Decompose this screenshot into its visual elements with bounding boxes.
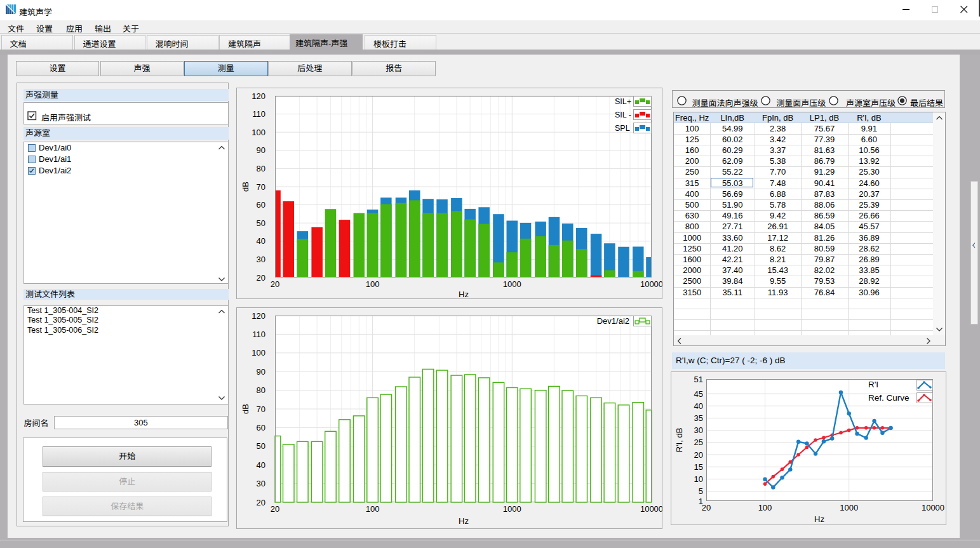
svg-text:10000: 10000 xyxy=(922,503,944,512)
svg-text:R'I, dB: R'I, dB xyxy=(675,428,684,453)
svg-text:20: 20 xyxy=(257,498,265,507)
svg-text:1000: 1000 xyxy=(503,279,521,289)
svg-text:10: 10 xyxy=(694,474,703,484)
svg-text:51: 51 xyxy=(694,375,703,384)
svg-text:100: 100 xyxy=(252,348,265,358)
svg-text:80: 80 xyxy=(257,164,265,173)
svg-text:70: 70 xyxy=(257,404,265,414)
svg-text:30: 30 xyxy=(257,479,265,488)
svg-text:40: 40 xyxy=(694,401,703,411)
svg-text:20: 20 xyxy=(271,279,279,289)
svg-text:120: 120 xyxy=(252,91,265,101)
svg-text:100: 100 xyxy=(758,503,772,512)
svg-text:80: 80 xyxy=(257,385,265,395)
svg-text:15: 15 xyxy=(694,462,703,472)
svg-text:35: 35 xyxy=(694,413,703,423)
svg-text:SIL -: SIL - xyxy=(615,110,631,119)
svg-text:20: 20 xyxy=(271,504,279,514)
svg-text:20: 20 xyxy=(694,450,703,460)
svg-text:30: 30 xyxy=(257,255,265,264)
svg-text:120: 120 xyxy=(252,311,265,321)
svg-text:40: 40 xyxy=(257,236,265,246)
svg-text:100: 100 xyxy=(252,128,265,137)
svg-text:Ref. Curve: Ref. Curve xyxy=(868,393,910,403)
svg-text:dB: dB xyxy=(241,182,250,192)
svg-text:R'I: R'I xyxy=(868,380,878,389)
svg-text:1000: 1000 xyxy=(840,503,858,512)
svg-text:90: 90 xyxy=(257,367,265,377)
svg-text:50: 50 xyxy=(257,441,265,451)
svg-text:110: 110 xyxy=(252,330,265,339)
svg-text:60: 60 xyxy=(257,423,265,432)
svg-text:60: 60 xyxy=(257,200,265,210)
svg-text:100: 100 xyxy=(366,504,380,514)
svg-text:Dev1/ai2: Dev1/ai2 xyxy=(597,316,629,326)
svg-text:100: 100 xyxy=(366,279,380,289)
svg-text:45: 45 xyxy=(694,389,703,399)
svg-text:Hz: Hz xyxy=(459,290,469,299)
svg-text:Hz: Hz xyxy=(814,514,824,524)
svg-text:40: 40 xyxy=(257,460,265,470)
svg-text:90: 90 xyxy=(257,145,265,155)
svg-text:SIL+: SIL+ xyxy=(615,97,631,106)
svg-text:110: 110 xyxy=(252,109,265,119)
svg-text:10000: 10000 xyxy=(640,504,662,514)
svg-text:20: 20 xyxy=(257,273,265,283)
svg-text:1000: 1000 xyxy=(503,504,521,514)
svg-text:50: 50 xyxy=(257,218,265,228)
svg-text:5: 5 xyxy=(699,486,703,496)
svg-text:70: 70 xyxy=(257,182,265,192)
svg-text:dB: dB xyxy=(241,404,250,414)
svg-text:25: 25 xyxy=(694,438,703,447)
svg-text:SPL: SPL xyxy=(615,124,630,133)
svg-text:30: 30 xyxy=(694,425,703,435)
svg-text:Hz: Hz xyxy=(459,516,469,526)
svg-text:20: 20 xyxy=(702,503,711,512)
svg-text:10000: 10000 xyxy=(640,279,662,289)
